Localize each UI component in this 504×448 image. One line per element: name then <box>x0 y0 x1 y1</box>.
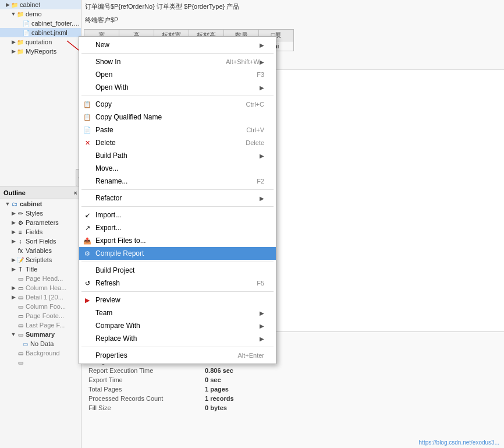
tree-item-demo-folder[interactable]: ▼ 📁 demo <box>0 9 81 19</box>
outline-header: Outline × <box>0 186 81 199</box>
folder-icon-demo: 📁 <box>16 10 24 18</box>
outline-summary[interactable]: ▼ ▭ Summary <box>0 330 81 339</box>
submenu-arrow-refactor: ▶ <box>260 195 264 202</box>
outline-parameters[interactable]: ▶ ⚙ Parameters <box>0 218 81 227</box>
menu-item-show-in[interactable]: Show In Alt+Shift+W ▶ <box>79 55 276 68</box>
outline-close-icon[interactable]: × <box>74 189 77 196</box>
menu-item-export-files[interactable]: 📤 Export Files to... <box>79 234 276 247</box>
menu-label-move: Move... <box>95 164 264 172</box>
menu-item-paste[interactable]: 📄 Paste Ctrl+V <box>79 124 276 136</box>
menu-item-team[interactable]: Team ▶ <box>79 306 276 319</box>
outline-label-no-data: Background <box>26 350 60 357</box>
outline-page-footer[interactable]: ▭ Page Foote... <box>0 311 81 320</box>
tree-label-cabinet-jrxml: cabinet.jrxml <box>31 29 68 36</box>
preview-icon: ▶ <box>83 295 92 305</box>
stats-row-pages: Total Pages 1 pages <box>88 384 497 394</box>
outline-page-header[interactable]: ▭ Page Head... <box>0 274 81 283</box>
outline-last-page[interactable]: ▭ Last Page F... <box>0 320 81 330</box>
menu-item-compare[interactable]: Compare With ▶ <box>79 319 276 332</box>
menu-label-new: New <box>95 41 260 49</box>
tree-item-cabinet-folder[interactable]: ▶ 📁 cabinet <box>0 0 81 9</box>
menu-item-copy[interactable]: 📋 Copy Ctrl+C <box>79 98 276 111</box>
last-page-icon: ▭ <box>16 321 24 329</box>
menu-shortcut-delete: Delete <box>246 139 264 146</box>
menu-item-properties[interactable]: Properties Alt+Enter <box>79 349 276 362</box>
menu-item-export[interactable]: ↗ Export... <box>79 221 276 234</box>
stats-link[interactable]: https://blog.csdn.net/exodus3... <box>419 439 499 446</box>
stats-val-fillsize: 0 bytes <box>205 404 227 411</box>
menu-label-show-in: Show In <box>95 58 208 66</box>
outline-variables[interactable]: fx Variables <box>0 246 81 255</box>
outline-styles[interactable]: ▶ ✏ Styles <box>0 209 81 218</box>
submenu-arrow-build-path: ▶ <box>260 153 264 159</box>
tree-label-myreports: MyReports <box>26 48 56 55</box>
stats-key-execution: Report Execution Time <box>88 367 205 374</box>
summary-icon: ▭ <box>16 330 24 338</box>
menu-item-rename[interactable]: Rename... F2 <box>79 175 276 188</box>
stats-row-fillsize: Fill Size 0 bytes <box>88 403 497 412</box>
stats-val-records: 1 records <box>205 395 234 402</box>
styles-icon: ✏ <box>16 209 24 217</box>
no-data-icon: ▭ <box>16 349 24 357</box>
stats-row-records: Processed Records Count 1 records <box>88 394 497 403</box>
outline-cabinet[interactable]: ▼ 🗂 cabinet <box>0 199 81 209</box>
menu-item-preview[interactable]: ▶ Preview <box>79 294 276 306</box>
menu-item-refresh[interactable]: ↺ Refresh F5 <box>79 277 276 290</box>
col-header-icon: ▭ <box>16 284 24 292</box>
menu-item-replace[interactable]: Replace With ▶ <box>79 332 276 345</box>
menu-item-compile-report[interactable]: ⚙ Compile Report <box>79 247 276 260</box>
outline-detail1[interactable]: ▶ ▭ Detail 1 [20... <box>0 292 81 302</box>
submenu-arrow-open-with: ▶ <box>260 84 264 91</box>
file-icon-cabinet-jrxml: 📄 <box>22 29 30 37</box>
menu-item-delete[interactable]: ✕ Delete Delete <box>79 136 276 149</box>
paste-icon: 📄 <box>83 125 92 135</box>
submenu-arrow-show-in: ▶ <box>260 59 264 65</box>
outline-title[interactable]: ▶ T Title <box>0 264 81 274</box>
menu-shortcut-copy: Ctrl+C <box>246 101 264 108</box>
expand-arrow-myreports: ▶ <box>10 48 16 54</box>
tree-item-myreports[interactable]: ▶ 📁 MyReports <box>0 47 81 56</box>
menu-item-open-with[interactable]: Open With ▶ <box>79 81 276 94</box>
stats-val-pages: 1 pages <box>205 386 229 393</box>
stats-row-execution: Report Execution Time 0.806 sec <box>88 366 497 375</box>
outline-fields[interactable]: ▶ ≡ Fields <box>0 227 81 237</box>
menu-label-compile-report: Compile Report <box>95 249 264 257</box>
tree-item-cabinet-jrxml[interactable]: ▶ 📄 cabinet.jrxml <box>0 28 81 37</box>
menu-item-build-path[interactable]: Build Path ▶ <box>79 149 276 162</box>
menu-label-export-files: Export Files to... <box>95 237 264 245</box>
menu-item-move[interactable]: Move... <box>79 162 276 175</box>
folder-icon-myreports: 📁 <box>16 47 24 55</box>
outline-scriptlets[interactable]: ▶ 📝 Scriptlets <box>0 255 81 264</box>
expand-arrow-cabinet: ▶ <box>5 2 10 8</box>
menu-item-new[interactable]: New ▶ <box>79 38 276 51</box>
menu-item-refactor[interactable]: Refactor ▶ <box>79 192 276 204</box>
menu-label-compare: Compare With <box>95 322 260 330</box>
menu-item-open[interactable]: Open F3 <box>79 68 276 81</box>
copy-icon: 📋 <box>83 100 92 109</box>
outline-col-footer[interactable]: ▭ Column Foo... <box>0 302 81 311</box>
page-header-icon: ▭ <box>16 274 24 283</box>
expand-arrow-demo: ▼ <box>10 11 16 17</box>
menu-item-import[interactable]: ↙ Import... <box>79 209 276 221</box>
menu-label-preview: Preview <box>95 296 264 304</box>
outline-background[interactable]: ▭ <box>0 358 81 367</box>
menu-label-properties: Properties <box>95 351 220 359</box>
expand-arrow-quotation: ▶ <box>10 39 16 45</box>
outline-subreport[interactable]: ▭ No Data <box>0 339 81 348</box>
outline-no-data[interactable]: ▭ Background <box>0 348 81 358</box>
report-line2: 终端客户$P <box>81 13 504 27</box>
outline-sort-fields[interactable]: ▶ ↕ Sort Fields <box>0 237 81 246</box>
spacer-1: ▶ <box>16 20 22 26</box>
export-icon: ↗ <box>83 223 92 232</box>
tree-item-cabinet-footer[interactable]: ▶ 📄 cabinet_footer.jrxml <box>0 19 81 28</box>
outline-label-styles: Styles <box>26 210 43 217</box>
menu-item-copy-qualified[interactable]: 📋 Copy Qualified Name <box>79 111 276 124</box>
menu-shortcut-properties: Alt+Enter <box>237 352 264 359</box>
report-line1: 订单编号$P{refOrderNo} 订单类型 $P{orderType} 产品 <box>81 0 504 13</box>
outline-column-header[interactable]: ▶ ▭ Column Hea... <box>0 283 81 292</box>
submenu-arrow-team: ▶ <box>260 310 264 316</box>
tree-item-quotation[interactable]: ▶ 📁 quotation <box>0 37 81 47</box>
menu-item-build-project[interactable]: Build Project <box>79 264 276 277</box>
menu-sep-7 <box>81 347 274 347</box>
menu-sep-4 <box>81 206 274 207</box>
